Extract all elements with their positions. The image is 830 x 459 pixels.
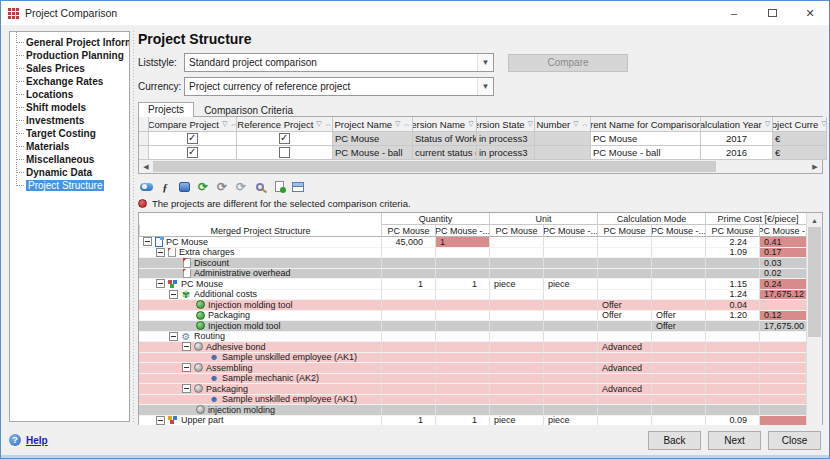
pin-icon[interactable]: ⇔ <box>325 121 332 128</box>
table-row[interactable]: PC Mouse - ballcurrent status of worin p… <box>139 146 822 160</box>
tree-row[interactable]: Administrative overhead0.02 <box>139 269 806 280</box>
sidebar-item-materials[interactable]: Materials <box>14 140 129 153</box>
refresh-green-icon[interactable]: ⟳ <box>195 179 211 195</box>
tree-row[interactable]: Extra charges1.090.17 <box>139 248 806 259</box>
expander-icon[interactable] <box>182 342 191 351</box>
tree-row[interactable]: Injection molding toolOffer0.04 <box>139 300 806 311</box>
liststyle-select[interactable]: Standard project comparison ▼ <box>184 53 494 72</box>
checkbox-cell[interactable] <box>149 132 237 146</box>
scrollbar-thumb[interactable] <box>808 227 821 337</box>
tree-row[interactable]: PC Mouse45,00012.240.41 <box>139 237 806 248</box>
pin-icon[interactable]: ⇔ <box>403 121 410 128</box>
column-header-project-name[interactable]: Project Name▽⇔ <box>333 117 413 132</box>
tree-row[interactable]: Discount0.03 <box>139 258 806 269</box>
filter-icon[interactable]: ▽ <box>765 120 770 128</box>
sidebar-item-miscellaneous[interactable]: Miscellaneous <box>14 153 129 166</box>
column-header-calculation-year[interactable]: Calculation Year▽⇔ <box>701 117 773 132</box>
sidebar-item-production-planning[interactable]: Production Planning <box>14 49 129 62</box>
checkbox-cell[interactable] <box>237 146 333 160</box>
tree-row[interactable]: Sample mechanic (AK2) <box>139 374 806 385</box>
horizontal-scrollbar[interactable]: ◀ ▶ <box>139 160 822 173</box>
tab-projects[interactable]: Projects <box>138 102 194 117</box>
close-button[interactable]: ✕ <box>791 1 829 25</box>
formula-icon[interactable]: ƒ <box>157 179 173 195</box>
pin-icon[interactable]: ⇔ <box>582 121 589 128</box>
checkbox-cell[interactable] <box>237 132 333 146</box>
minimize-button[interactable]: – <box>715 1 753 25</box>
filter-icon[interactable]: ▽ <box>468 120 473 128</box>
tree-row-label: Routing <box>194 332 225 342</box>
sidebar-splitter[interactable] <box>131 31 135 422</box>
column-header-different-name-for-comparison[interactable]: Different Name for Comparison▽⇔ <box>591 117 701 132</box>
sidebar-item-target-costing[interactable]: Target Costing <box>14 127 129 140</box>
sidebar-item-project-structure[interactable]: Project Structure <box>14 179 129 192</box>
filter-icon[interactable]: ▽ <box>821 120 826 128</box>
tree-row[interactable]: PackagingOfferOffer1.200.12 <box>139 311 806 322</box>
checkbox[interactable] <box>279 147 290 158</box>
column-header-project-curre[interactable]: Project Curre▽⇔ <box>773 117 827 132</box>
sidebar-item-sales-prices[interactable]: Sales Prices <box>14 62 129 75</box>
filter-icon[interactable]: ▽ <box>528 120 533 128</box>
filter-icon[interactable]: ▽ <box>395 120 400 128</box>
search-icon[interactable] <box>252 179 268 195</box>
tree-row[interactable]: Adhesive bondAdvanced <box>139 342 806 353</box>
filter-icon[interactable]: ▽ <box>573 120 578 128</box>
table-row[interactable]: PC MouseStatus of Workin process3PC Mous… <box>139 132 822 146</box>
sidebar-item-investments[interactable]: Investments <box>14 114 129 127</box>
compare-button[interactable]: Compare <box>508 54 628 72</box>
filter-icon[interactable]: ▽ <box>222 120 227 128</box>
expander-icon[interactable] <box>182 363 191 372</box>
tree-row[interactable]: Routing <box>139 332 806 343</box>
scroll-up-icon[interactable]: ▲ <box>807 213 822 227</box>
maximize-button[interactable] <box>753 1 791 25</box>
expander-icon[interactable] <box>169 332 178 341</box>
sidebar-item-general-project-information[interactable]: General Project Information <box>14 36 129 49</box>
sidebar-item-exchange-rates[interactable]: Exchange Rates <box>14 75 129 88</box>
tree-row[interactable]: injection molding <box>139 405 806 416</box>
currency-select[interactable]: Project currency of reference project ▼ <box>184 77 494 96</box>
sidebar-item-dynamic-data[interactable]: Dynamic Data <box>14 166 129 179</box>
column-header-compare-project[interactable]: Compare Project▽⇔ <box>149 117 237 132</box>
checkbox[interactable] <box>279 133 290 144</box>
column-header-reference-project[interactable]: Reference Project▽⇔ <box>237 117 333 132</box>
scroll-right-icon[interactable]: ▶ <box>808 160 822 173</box>
chevron-down-icon[interactable]: ▼ <box>477 54 493 71</box>
checkbox[interactable] <box>187 147 198 158</box>
window-icon[interactable] <box>290 179 306 195</box>
expander-icon[interactable] <box>156 416 165 425</box>
chevron-down-icon[interactable]: ▼ <box>477 78 493 95</box>
tree-row[interactable]: PackagingAdvanced <box>139 384 806 395</box>
column-header-version-name[interactable]: Version Name▽⇔ <box>413 117 477 132</box>
pin-icon[interactable]: ⇔ <box>230 121 237 128</box>
report-icon[interactable] <box>271 179 287 195</box>
filter-icon[interactable]: ▽ <box>316 120 321 128</box>
tree-row[interactable]: Additional costs1.2417,675.12 <box>139 290 806 301</box>
tree-row[interactable]: Injection mold toolOffer17,675.00 <box>139 321 806 332</box>
next-button[interactable]: Next <box>708 431 761 450</box>
checkbox[interactable] <box>187 133 198 144</box>
notes-icon[interactable] <box>176 179 192 195</box>
column-header-number[interactable]: Number▽⇔ <box>535 117 591 132</box>
compare-toggle-icon[interactable] <box>138 179 154 195</box>
back-button[interactable]: Back <box>648 431 701 450</box>
refresh-gray-icon[interactable]: ⟳ <box>214 179 230 195</box>
expander-icon[interactable] <box>156 248 165 257</box>
vertical-scrollbar[interactable]: ▲ ▼ <box>806 213 822 447</box>
scrollbar-thumb[interactable] <box>153 161 716 172</box>
checkbox-cell[interactable] <box>149 146 237 160</box>
sidebar-item-locations[interactable]: Locations <box>14 88 129 101</box>
help-link[interactable]: ? Help <box>9 434 48 446</box>
tree-row[interactable]: Sample unskilled employee (AK1) <box>139 395 806 406</box>
expander-icon[interactable] <box>182 384 191 393</box>
tree-row[interactable]: Sample unskilled employee (AK1) <box>139 353 806 364</box>
close-button[interactable]: Close <box>768 431 821 450</box>
expander-icon[interactable] <box>143 237 152 246</box>
expander-icon[interactable] <box>156 279 165 288</box>
refresh-outline-icon[interactable]: ⟳ <box>233 179 249 195</box>
tree-row[interactable]: AssemblingAdvanced <box>139 363 806 374</box>
column-header-version-state[interactable]: Version State▽⇔ <box>477 117 535 132</box>
sidebar-item-shift-models[interactable]: Shift models <box>14 101 129 114</box>
tree-row[interactable]: PC Mouse11piecepiece1.150.24 <box>139 279 806 290</box>
scroll-left-icon[interactable]: ◀ <box>139 160 153 173</box>
expander-icon[interactable] <box>169 290 178 299</box>
